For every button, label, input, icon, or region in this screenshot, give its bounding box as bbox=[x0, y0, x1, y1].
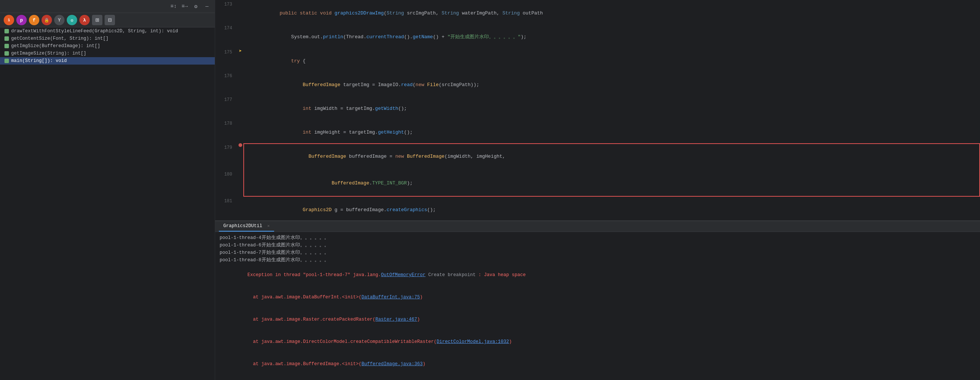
btn-f[interactable]: f bbox=[29, 15, 39, 25]
create-breakpoint[interactable]: Create breakpoint bbox=[425, 272, 476, 278]
line-number: 178 bbox=[215, 119, 237, 128]
method-icon bbox=[5, 29, 9, 34]
tab-close-icon[interactable]: ✕ bbox=[267, 224, 270, 228]
minimize-icon[interactable]: — bbox=[203, 2, 211, 10]
keyword: int bbox=[303, 129, 311, 135]
line-number: 174 bbox=[215, 24, 237, 33]
code-token: (imgWidth, imgHeight, bbox=[444, 153, 505, 159]
line-number: 181 bbox=[215, 197, 237, 206]
btn-number[interactable]: 1 bbox=[4, 15, 14, 25]
line-number: 176 bbox=[215, 72, 237, 80]
list-item[interactable]: getImgSize(BufferedImage): int[] bbox=[0, 42, 215, 50]
method-icon bbox=[5, 37, 9, 41]
btn-lock[interactable]: 🔒 bbox=[41, 15, 52, 25]
left-panel: ≡↕ ≡→ ⚙ — 1 p f 🔒 Y ◎ λ ⊞ ⊟ drawTextWith… bbox=[0, 0, 215, 380]
sort-icon[interactable]: ≡↕ bbox=[170, 2, 178, 10]
sort-alt-icon[interactable]: ≡→ bbox=[181, 2, 189, 10]
string-token: "开始生成图片水印。。。。。。" bbox=[447, 34, 521, 40]
line-content: Graphics2D g = bufferedImage.createGraph… bbox=[243, 197, 980, 220]
line-number: 179 bbox=[215, 143, 237, 152]
method-call-token: createGraphics bbox=[387, 207, 427, 212]
const-token: TYPE_INT_BGR bbox=[372, 180, 407, 186]
right-panel: 173 public static void graphics2DDrawImg… bbox=[215, 0, 980, 380]
console-line: pool-1-thread-6开始生成图片水印。。。。。。 bbox=[220, 241, 975, 249]
method-call-token: read bbox=[401, 82, 412, 88]
code-token: ); bbox=[407, 180, 413, 186]
line-content: int imgHeight = targetImg.getHeight(); bbox=[243, 119, 980, 146]
method-call-token: getWidth bbox=[375, 106, 398, 111]
keyword: try bbox=[291, 58, 300, 64]
console-line: pool-1-thread-7开始生成图片水印。。。。。。 bbox=[220, 249, 975, 256]
error-suffix: : Java heap space bbox=[476, 272, 526, 278]
error-link[interactable]: BufferedImage.java:363 bbox=[362, 361, 423, 367]
console-error-line: at java.awt.image.BufferedImage.<init>(B… bbox=[220, 353, 975, 375]
method-call-token: getName bbox=[413, 34, 433, 40]
btn-lambda[interactable]: λ bbox=[80, 15, 90, 25]
btn-p[interactable]: p bbox=[16, 15, 27, 25]
code-token: bufferedImage = bbox=[346, 153, 395, 159]
keyword: void bbox=[320, 10, 334, 16]
type-token: Graphics2D bbox=[303, 207, 332, 212]
method-label: drawTextWithFontStyleLineFeed(Graphics2D… bbox=[11, 29, 178, 34]
line-content: int imgWidth = targetImg.getWidth(); bbox=[243, 95, 980, 122]
console-error-line: at com.msdn.tools.Graphics2DUtil.graphic… bbox=[220, 375, 975, 380]
code-token: imgHeight = targetImg. bbox=[311, 129, 378, 135]
tab-graphics2dutil[interactable]: Graphics2DUtil ✕ bbox=[219, 221, 274, 232]
code-token: g = bufferedImage. bbox=[332, 207, 387, 212]
method-list: drawTextWithFontStyleLineFeed(Graphics2D… bbox=[0, 27, 215, 380]
code-token: out bbox=[311, 34, 320, 40]
code-line-173: 173 public static void graphics2DDrawImg… bbox=[215, 0, 980, 24]
error-link[interactable]: Raster.java:467 bbox=[375, 317, 417, 322]
type-token: BufferedImage bbox=[332, 180, 369, 186]
error-link[interactable]: DirectColorModel.java:1032 bbox=[437, 339, 509, 344]
list-item-selected[interactable]: main(String[]): void bbox=[0, 57, 215, 65]
code-line-179: 179 BufferedImage bufferedImage = new Bu… bbox=[215, 143, 980, 170]
btn-add[interactable]: ⊞ bbox=[92, 15, 102, 25]
type-token: File bbox=[427, 82, 439, 88]
error-close: ) bbox=[420, 295, 423, 300]
code-token: (srcImgPath)); bbox=[439, 82, 479, 88]
code-line-177: 177 int imgWidth = targetImg.getWidth(); bbox=[215, 95, 980, 119]
code-token: () + bbox=[433, 34, 447, 40]
btn-y[interactable]: Y bbox=[54, 15, 65, 25]
breakpoint-indicator[interactable] bbox=[239, 143, 242, 147]
method-label: getImageSize(String): int[] bbox=[11, 51, 86, 56]
code-token: imgWidth = targetImg. bbox=[311, 106, 375, 111]
method-token: graphics2DDrawImg bbox=[334, 10, 384, 16]
method-icon bbox=[5, 59, 9, 63]
keyword: int bbox=[303, 106, 311, 111]
list-item[interactable]: drawTextWithFontStyleLineFeed(Graphics2D… bbox=[0, 27, 215, 35]
code-token: . bbox=[320, 34, 323, 40]
list-item[interactable]: getImageSize(String): int[] bbox=[0, 50, 215, 57]
method-label: getContentSize(Font, String): int[] bbox=[11, 36, 109, 41]
console-content: pool-1-thread-4开始生成图片水印。。。。。。 pool-1-thr… bbox=[215, 232, 980, 380]
type-token: BufferedImage bbox=[407, 153, 444, 159]
line-content: try { bbox=[243, 48, 980, 75]
type-token: String bbox=[442, 10, 459, 16]
keyword: static bbox=[300, 10, 320, 16]
error-prefix: Exception in thread "pool-1-thread-7" ja… bbox=[247, 272, 381, 278]
line-content: public static void graphics2DDrawImg(Str… bbox=[243, 0, 980, 27]
execution-arrow: ➤ bbox=[239, 48, 242, 54]
code-editor: 173 public static void graphics2DDrawImg… bbox=[215, 0, 980, 220]
method-label: main(String[]): void bbox=[11, 58, 67, 64]
btn-circle[interactable]: ◎ bbox=[67, 15, 77, 25]
code-token: ImageIO. bbox=[378, 82, 401, 88]
settings-icon[interactable]: ⚙ bbox=[192, 2, 200, 10]
btn-remove[interactable]: ⊟ bbox=[105, 15, 115, 25]
code-line-175: 175 ➤ try { bbox=[215, 48, 980, 72]
type-token: String bbox=[387, 10, 404, 16]
keyword: new bbox=[395, 153, 407, 159]
list-item[interactable]: getContentSize(Font, String): int[] bbox=[0, 35, 215, 42]
error-link-outofmemory[interactable]: OutOfMemoryError bbox=[381, 272, 425, 278]
code-token bbox=[280, 82, 303, 88]
line-content: BufferedImage.TYPE_INT_BGR); bbox=[243, 170, 980, 197]
method-icon bbox=[5, 44, 9, 48]
console-tabs: Graphics2DUtil ✕ bbox=[215, 221, 980, 232]
highlighted-group: 179 BufferedImage bufferedImage = new Bu… bbox=[215, 143, 980, 197]
method-icon bbox=[5, 51, 9, 56]
error-link[interactable]: DataBufferInt.java:75 bbox=[362, 295, 420, 300]
code-token bbox=[280, 58, 291, 64]
gutter-179 bbox=[237, 143, 243, 147]
code-token bbox=[285, 153, 308, 159]
